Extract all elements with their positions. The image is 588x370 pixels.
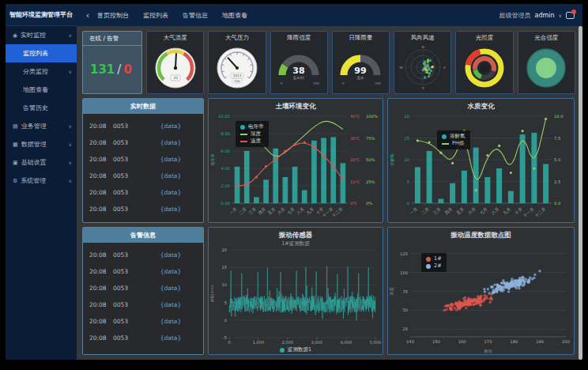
legend-swatch [442, 134, 447, 139]
row-value: {data} [145, 334, 197, 342]
sidebar-item-label: 告警历史 [23, 104, 72, 112]
list-item[interactable]: 20:080053{data} [83, 330, 203, 346]
online-alarm-title: 在线 / 告警 [83, 32, 141, 46]
sidebar-item-label: 监控列表 [23, 49, 72, 58]
legend-item[interactable]: 1# [426, 255, 442, 262]
scrollbar[interactable] [579, 26, 582, 360]
legend-item[interactable]: 温度 [240, 138, 264, 145]
svg-text:75%: 75% [366, 136, 375, 141]
list-item[interactable]: 20:080053{data} [83, 201, 203, 217]
svg-text:5.0: 5.0 [554, 157, 560, 162]
row-value: {data} [145, 123, 197, 130]
donut-gauge-icon [518, 43, 575, 93]
svg-text:五月: 五月 [267, 206, 277, 216]
chevron-down-icon: ∨ [69, 123, 72, 129]
svg-text:十二月: 十二月 [331, 206, 344, 218]
business-icon: ▤ [13, 123, 18, 130]
svg-text:W: W [399, 66, 403, 70]
legend-item[interactable]: 电导率 [240, 123, 264, 130]
sidebar-item-label: 地图查看 [23, 85, 72, 94]
sidebar-item-0[interactable]: ◉实时监控∧ [6, 26, 77, 44]
svg-text:九月: 九月 [502, 206, 511, 216]
row-id: 0053 [113, 172, 145, 179]
svg-text:0.0: 0.0 [554, 201, 560, 206]
tab-0[interactable]: 首页控制台 [97, 11, 129, 20]
svg-text:-5: -5 [223, 335, 227, 340]
stat-cards-row: 在线 / 告警 131 / 0 大气温度20大气压力1013百帕降雨强度38毫米… [82, 31, 575, 94]
user-menu[interactable]: 超级管理员 admin ∨ [499, 11, 582, 20]
svg-text:1013: 1013 [233, 74, 242, 77]
sidebar-item-5[interactable]: ▤业务管理∨ [6, 117, 77, 135]
legend-swatch [240, 134, 247, 135]
list-item[interactable]: 20:080053{data} [83, 184, 203, 201]
collapse-sidebar-icon[interactable]: ‹ [86, 11, 89, 20]
notification-badge [571, 9, 576, 14]
vibration-chart-title: 振动传感器 [209, 228, 383, 240]
list-item[interactable]: 20:080053{data} [83, 296, 203, 313]
svg-text:十一月: 十一月 [522, 206, 535, 218]
svg-text:六月: 六月 [467, 206, 477, 216]
list-item[interactable]: 20:080053{data} [83, 280, 203, 296]
row-time: 20:08 [89, 189, 113, 196]
sidebar-item-1[interactable]: 监控列表 [6, 44, 77, 62]
tab-2[interactable]: 告警信息 [183, 11, 208, 20]
legend-item[interactable]: 2# [426, 262, 442, 270]
row-id: 0053 [113, 206, 145, 213]
tab-3[interactable]: 地图查看 [222, 11, 247, 20]
svg-text:5,000: 5,000 [370, 340, 381, 345]
gauge-title: 日降雨量 [333, 32, 389, 43]
alarm-info-panel: 告警信息 20:080053{data}20:080053{data}20:08… [82, 227, 204, 355]
row-id: 0053 [113, 156, 145, 163]
online-count: 131 [90, 62, 115, 77]
list-item[interactable]: 20:080053{data} [83, 118, 203, 134]
chevron-down-icon: ∨ [559, 13, 562, 18]
svg-text:振幅(mm): 振幅(mm) [209, 285, 215, 303]
semi-gauge-icon: 38毫米/时0200 [271, 43, 327, 93]
dial-pressure-gauge-icon: 1013百帕 [209, 43, 265, 93]
legend-swatch [240, 125, 245, 130]
legend-item[interactable]: PH值 [442, 140, 466, 147]
right-column: 水质变化 20151050溶解氧10.07.55.02.50.0一月二月三月四月… [387, 98, 575, 355]
chevron-down-icon: ∨ [69, 142, 72, 147]
row-value: {data} [145, 206, 197, 213]
chart-legend: 监测数据1 [209, 346, 383, 353]
legend-item[interactable]: 溶解氧 [442, 133, 466, 140]
notification-icon[interactable] [566, 12, 575, 19]
list-item[interactable]: 20:080053{data} [83, 151, 203, 168]
svg-text:125: 125 [400, 251, 408, 256]
svg-text:毫米: 毫米 [357, 76, 364, 80]
svg-text:15: 15 [221, 265, 227, 270]
legend-label: PH值 [452, 140, 464, 147]
sidebar-item-4[interactable]: 告警历史 [6, 99, 77, 117]
tab-1[interactable]: 监控列表 [143, 11, 168, 20]
topbar: ‹ 首页控制台监控列表告警信息地图查看 超级管理员 admin ∨ [77, 4, 582, 26]
gauge-card-semi: 日降雨量99毫米0200 [332, 31, 390, 94]
legend-item[interactable]: 监测数据1 [280, 346, 311, 353]
basic-settings-icon: ▣ [13, 160, 18, 166]
list-item[interactable]: 20:080053{data} [83, 263, 203, 280]
sidebar-item-2[interactable]: 分类监控∨ [6, 62, 77, 81]
svg-text:5: 5 [224, 300, 227, 305]
svg-text:100%: 100% [366, 114, 378, 119]
row-time: 20:08 [89, 251, 113, 259]
list-item[interactable]: 20:080053{data} [83, 134, 203, 151]
list-item[interactable]: 20:080053{data} [83, 247, 203, 263]
list-item[interactable]: 20:080053{data} [83, 168, 203, 184]
svg-text:3,000: 3,000 [311, 340, 322, 345]
svg-text:六月: 六月 [277, 206, 286, 216]
sidebar-item-7[interactable]: ▣基础设置∨ [6, 153, 77, 172]
user-role: 超级管理员 [499, 11, 531, 20]
list-item[interactable]: 20:080053{data} [83, 313, 203, 330]
svg-text:三月: 三月 [247, 206, 257, 216]
legend-item[interactable]: 湿度 [240, 130, 264, 138]
legend-swatch [426, 257, 431, 262]
sidebar-item-6[interactable]: ▦数据管理∨ [6, 135, 77, 153]
sidebar-item-3[interactable]: 地图查看 [6, 81, 77, 99]
svg-text:五月: 五月 [455, 206, 465, 216]
vibration-chart: 20151050-501,0002,0003,0004,0005,000振幅(m… [209, 247, 383, 354]
row-value: {data} [145, 251, 197, 259]
svg-text:S: S [421, 86, 424, 90]
sidebar-item-8[interactable]: ⚙系统管理∨ [6, 172, 77, 190]
svg-text:温度: 温度 [389, 287, 394, 296]
row-time: 20:08 [89, 156, 113, 163]
